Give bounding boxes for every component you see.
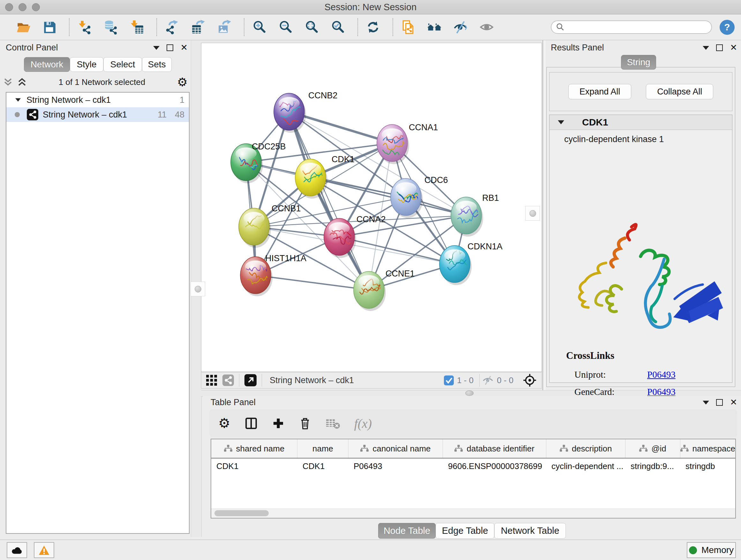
tab-node-table[interactable]: Node Table bbox=[378, 523, 435, 539]
show-hidden-button[interactable] bbox=[477, 18, 496, 37]
gene-section-header[interactable]: CDK1 bbox=[549, 115, 732, 130]
panel-menu-icon[interactable] bbox=[703, 46, 709, 50]
add-column-icon[interactable] bbox=[272, 417, 285, 430]
column-header-name[interactable]: name bbox=[297, 439, 348, 458]
network-graph[interactable]: CCNB2CCNA1CDC25BCDK1CDC6RB1CCNB1CCNA2CDK… bbox=[201, 43, 542, 372]
zoom-out-button[interactable] bbox=[276, 18, 295, 37]
open-session-button[interactable] bbox=[14, 18, 32, 37]
cell-database-identifier: 9606.ENSP00000378699 bbox=[443, 458, 546, 474]
float-panel-icon[interactable] bbox=[716, 399, 723, 406]
delete-column-trash-icon[interactable] bbox=[299, 417, 312, 430]
network-collection-row[interactable]: String Network – cdk1 1 bbox=[6, 92, 189, 107]
zoom-in-button[interactable] bbox=[250, 18, 269, 37]
help-button[interactable]: ? bbox=[720, 20, 735, 35]
tab-string[interactable]: String bbox=[621, 55, 656, 70]
node-count: 11 bbox=[158, 110, 166, 120]
network-edge[interactable] bbox=[256, 275, 369, 290]
zoom-out-icon bbox=[278, 20, 293, 35]
column-header-id[interactable]: @id bbox=[625, 439, 680, 458]
network-row-selected[interactable]: String Network – cdk1 11 48 bbox=[6, 107, 189, 122]
hierarchy-icon bbox=[680, 445, 689, 452]
zoom-selected-button[interactable] bbox=[329, 18, 347, 37]
column-header-description[interactable]: description bbox=[546, 439, 625, 458]
node-label-CDC6: CDC6 bbox=[424, 175, 448, 185]
expand-all-networks-icon[interactable] bbox=[17, 78, 27, 86]
detach-view-icon[interactable] bbox=[245, 374, 257, 386]
node-label-HIST1H1A: HIST1H1A bbox=[265, 253, 307, 263]
collapse-all-networks-icon[interactable] bbox=[3, 78, 13, 86]
clone-network-button[interactable] bbox=[399, 18, 417, 37]
column-header-namespace[interactable]: namespace bbox=[680, 439, 735, 458]
column-header-database-identifier[interactable]: database identifier bbox=[443, 439, 546, 458]
maximize-window-button[interactable] bbox=[32, 3, 40, 11]
node-label-CDKN1A: CDKN1A bbox=[468, 242, 502, 251]
network-edge[interactable] bbox=[289, 112, 369, 290]
tab-edge-table[interactable]: Edge Table bbox=[435, 523, 494, 539]
grid-view-icon[interactable] bbox=[206, 374, 217, 386]
column-header-canonical-name[interactable]: canonical name bbox=[348, 439, 443, 458]
crosslink-uniprot-link[interactable]: P06493 bbox=[647, 369, 676, 380]
cell-id: stringdb:9... bbox=[625, 458, 680, 474]
table-row[interactable]: CDK1 CDK1 P06493 9606.ENSP00000378699 cy… bbox=[211, 458, 735, 474]
tab-network-table[interactable]: Network Table bbox=[494, 523, 566, 539]
network-thumbnail-icon[interactable] bbox=[222, 374, 234, 386]
memory-status-dot bbox=[689, 546, 697, 554]
network-view-toolbar: String Network – cdk1 1 - 0 0 - 0 bbox=[201, 372, 542, 388]
show-all-button[interactable] bbox=[425, 18, 444, 37]
memory-label: Memory bbox=[701, 545, 734, 555]
expand-all-button[interactable]: Expand All bbox=[568, 84, 631, 99]
export-table-button[interactable] bbox=[189, 18, 207, 37]
fit-content-button[interactable] bbox=[302, 18, 321, 37]
network-canvas[interactable]: CCNB2CCNA1CDC25BCDK1CDC6RB1CCNB1CCNA2CDK… bbox=[201, 43, 542, 372]
float-panel-icon[interactable] bbox=[166, 44, 173, 51]
horizontal-scrollbar[interactable] bbox=[211, 509, 735, 518]
section-collapse-icon[interactable] bbox=[558, 120, 564, 125]
table-settings-gear-icon[interactable]: ⚙ bbox=[218, 417, 230, 430]
left-splitter-handle[interactable] bbox=[191, 282, 205, 296]
selected-checkbox-icon[interactable] bbox=[444, 375, 454, 385]
main-toolbar: ? bbox=[0, 14, 741, 40]
right-splitter-handle[interactable] bbox=[525, 206, 540, 221]
import-network-file-button[interactable] bbox=[75, 18, 94, 37]
collapse-all-button[interactable]: Collapse All bbox=[646, 84, 713, 99]
cloud-status-button[interactable] bbox=[7, 542, 27, 558]
crosslink-genecard-link[interactable]: P06493 bbox=[647, 387, 676, 397]
birds-eye-crosshair-icon[interactable] bbox=[522, 373, 537, 388]
warnings-button[interactable] bbox=[34, 542, 54, 558]
tree-expand-icon[interactable] bbox=[15, 98, 21, 102]
column-header-shared-name[interactable]: shared name bbox=[211, 439, 297, 458]
update-network-button[interactable] bbox=[364, 18, 382, 37]
export-image-button[interactable] bbox=[215, 18, 233, 37]
tab-style[interactable]: Style bbox=[70, 57, 104, 72]
gear-icon[interactable]: ⚙ bbox=[177, 76, 188, 88]
import-network-database-button[interactable] bbox=[102, 18, 120, 37]
warning-triangle-icon bbox=[38, 545, 50, 556]
panel-menu-icon[interactable] bbox=[153, 46, 159, 50]
close-panel-icon[interactable]: ✕ bbox=[730, 398, 737, 407]
selected-node-edge-count: 1 - 0 bbox=[457, 375, 474, 385]
show-columns-icon[interactable] bbox=[245, 417, 258, 430]
minimize-window-button[interactable] bbox=[18, 3, 26, 11]
current-network-title: String Network – cdk1 bbox=[270, 375, 354, 385]
import-table-file-button[interactable] bbox=[128, 18, 146, 37]
search-input[interactable] bbox=[568, 22, 707, 32]
close-panel-icon[interactable]: ✕ bbox=[180, 44, 188, 52]
scrollbar-thumb[interactable] bbox=[214, 510, 269, 516]
bottom-splitter-handle[interactable] bbox=[465, 390, 474, 396]
tab-sets[interactable]: Sets bbox=[142, 57, 172, 72]
memory-button[interactable]: Memory bbox=[687, 542, 736, 558]
control-panel: Control Panel ✕ Network Style Select Set… bbox=[0, 40, 191, 537]
toolbar-separator bbox=[393, 18, 393, 36]
tab-network[interactable]: Network bbox=[24, 57, 70, 72]
save-session-button[interactable] bbox=[40, 18, 59, 37]
export-network-button[interactable] bbox=[163, 18, 181, 37]
close-window-button[interactable] bbox=[5, 3, 13, 11]
refresh-icon bbox=[366, 20, 381, 35]
panel-menu-icon[interactable] bbox=[703, 401, 709, 405]
fit-content-icon bbox=[305, 20, 319, 35]
hide-selected-button[interactable] bbox=[451, 18, 470, 37]
search-field[interactable] bbox=[551, 20, 712, 34]
tab-select[interactable]: Select bbox=[104, 57, 142, 72]
close-panel-icon[interactable]: ✕ bbox=[730, 44, 737, 52]
float-panel-icon[interactable] bbox=[716, 44, 723, 51]
